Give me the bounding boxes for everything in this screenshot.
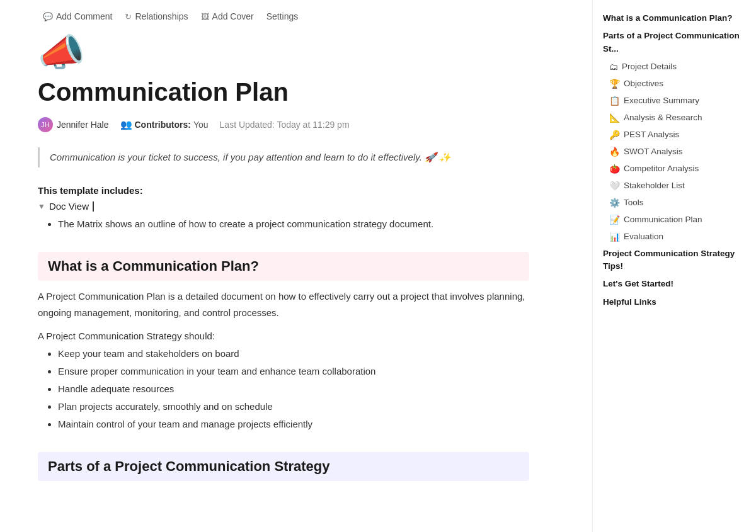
toc-label-competitor-analysis: Competitor Analysis bbox=[624, 162, 699, 175]
toggle-arrow-icon: ▼ bbox=[38, 202, 45, 211]
toc-item-evaluation[interactable]: 📊Evaluation bbox=[593, 229, 756, 246]
cover-icon: 🖼 bbox=[201, 12, 209, 21]
toc-label-stakeholder-list: Stakeholder List bbox=[624, 179, 685, 192]
toggle-doc-view[interactable]: ▼ Doc View bbox=[38, 201, 529, 212]
main-content: 💬 Add Comment ↻ Relationships 🖼 Add Cove… bbox=[0, 0, 592, 532]
toc-emoji-evaluation: 📊 bbox=[609, 230, 620, 244]
toc-item-objectives[interactable]: 🏆Objectives bbox=[593, 76, 756, 93]
toc-item-lets-get-started[interactable]: Let's Get Started! bbox=[593, 276, 756, 292]
toc-label-project-details: Project Details bbox=[622, 60, 677, 73]
toc-label-tools: Tools bbox=[624, 196, 644, 209]
contributors-field: 👥 Contributors: You bbox=[120, 119, 209, 130]
toc-label-objectives: Objectives bbox=[624, 77, 663, 90]
template-label: This template includes: bbox=[38, 185, 529, 196]
list-item: Plan projects accurately, smoothly and o… bbox=[58, 399, 529, 414]
toc-item-stakeholder-list[interactable]: 🤍Stakeholder List bbox=[593, 178, 756, 195]
page-body: 📣 Communication Plan JH Jennifer Hale 👥 … bbox=[0, 29, 567, 514]
section-parts: Parts of a Project Communication Strateg… bbox=[38, 452, 529, 481]
toc-emoji-project-details: 🗂 bbox=[609, 60, 618, 74]
section-what-is: What is a Communication Plan? A Project … bbox=[38, 252, 529, 432]
meta-row: JH Jennifer Hale 👥 Contributors: You Las… bbox=[38, 117, 529, 132]
toc-item-swot-analysis[interactable]: 🔥SWOT Analysis bbox=[593, 144, 756, 161]
toggle-text: Doc View bbox=[49, 201, 89, 212]
toc-item-what-is-plan[interactable]: What is a Communication Plan? bbox=[593, 10, 756, 26]
list-item: Keep your team and stakeholders on board bbox=[58, 346, 529, 361]
toc-item-pest-analysis[interactable]: 🔑PEST Analysis bbox=[593, 127, 756, 144]
toc-emoji-pest-analysis: 🔑 bbox=[609, 128, 620, 142]
list-item: Ensure proper communication in your team… bbox=[58, 364, 529, 379]
toc-label-swot-analysis: SWOT Analysis bbox=[624, 145, 683, 158]
template-bullet-item: The Matrix shows an outline of how to cr… bbox=[58, 217, 529, 232]
section-heading-what-is: What is a Communication Plan? bbox=[38, 252, 529, 281]
toc-emoji-objectives: 🏆 bbox=[609, 77, 620, 91]
add-cover-button[interactable]: 🖼 Add Cover bbox=[196, 9, 259, 24]
toc-emoji-competitor-analysis: 🍅 bbox=[609, 162, 620, 176]
avatar: JH bbox=[38, 117, 53, 132]
comment-icon: 💬 bbox=[43, 12, 53, 21]
toc-label-communication-plan: Communication Plan bbox=[624, 213, 702, 226]
toc-label-what-is-plan: What is a Communication Plan? bbox=[603, 12, 733, 25]
toc-emoji-executive-summary: 📋 bbox=[609, 94, 620, 108]
what-is-body1: A Project Communication Plan is a detail… bbox=[38, 288, 529, 320]
toc-item-helpful-links[interactable]: Helpful Links bbox=[593, 294, 756, 310]
contributors-icon: 👥 bbox=[120, 119, 132, 130]
toc-label-parts: Parts of a Project Communication St... bbox=[603, 30, 748, 55]
last-updated-field: Last Updated: Today at 11:29 pm bbox=[220, 120, 350, 130]
quote-block: Communication is your ticket to success,… bbox=[38, 147, 529, 167]
toc-item-project-details[interactable]: 🗂Project Details bbox=[593, 59, 756, 76]
toc-label-tips: Project Communication Strategy Tips! bbox=[603, 247, 748, 273]
toc-emoji-analysis-research: 📐 bbox=[609, 111, 620, 125]
toc-item-competitor-analysis[interactable]: 🍅Competitor Analysis bbox=[593, 161, 756, 178]
toc-label-lets-get-started: Let's Get Started! bbox=[603, 278, 673, 290]
toc-emoji-communication-plan: 📝 bbox=[609, 213, 620, 227]
what-is-sub-label: A Project Communication Strategy should: bbox=[38, 331, 529, 341]
relationships-icon: ↻ bbox=[125, 12, 132, 21]
list-item: Maintain control of your team and manage… bbox=[58, 417, 529, 432]
page-icon: 📣 bbox=[38, 34, 529, 72]
author-field: JH Jennifer Hale bbox=[38, 117, 109, 132]
page-title[interactable]: Communication Plan bbox=[38, 77, 529, 107]
template-section: This template includes: ▼ Doc View The M… bbox=[38, 185, 529, 232]
sidebar-toc: What is a Communication Plan?Parts of a … bbox=[592, 0, 756, 532]
toc-emoji-tools: ⚙️ bbox=[609, 196, 620, 210]
toc-item-tools[interactable]: ⚙️Tools bbox=[593, 195, 756, 212]
relationships-button[interactable]: ↻ Relationships bbox=[120, 9, 193, 24]
toc-label-evaluation: Evaluation bbox=[624, 230, 663, 243]
toc-label-helpful-links: Helpful Links bbox=[603, 296, 656, 308]
toc-label-pest-analysis: PEST Analysis bbox=[624, 128, 679, 141]
what-is-bullet-list: Keep your team and stakeholders on board… bbox=[38, 346, 529, 432]
toc-item-parts[interactable]: Parts of a Project Communication St... bbox=[593, 28, 756, 57]
toc-emoji-stakeholder-list: 🤍 bbox=[609, 179, 620, 193]
settings-button[interactable]: Settings bbox=[261, 9, 304, 24]
template-bullet-list: The Matrix shows an outline of how to cr… bbox=[38, 217, 529, 232]
toc-container: What is a Communication Plan?Parts of a … bbox=[593, 10, 756, 310]
add-comment-button[interactable]: 💬 Add Comment bbox=[38, 9, 117, 24]
toc-item-analysis-research[interactable]: 📐Analysis & Research bbox=[593, 110, 756, 127]
toolbar: 💬 Add Comment ↻ Relationships 🖼 Add Cove… bbox=[0, 0, 592, 29]
toc-label-analysis-research: Analysis & Research bbox=[624, 111, 702, 124]
toc-label-executive-summary: Executive Summary bbox=[624, 94, 699, 107]
toc-item-communication-plan[interactable]: 📝Communication Plan bbox=[593, 212, 756, 229]
toc-emoji-swot-analysis: 🔥 bbox=[609, 145, 620, 159]
toc-item-executive-summary[interactable]: 📋Executive Summary bbox=[593, 93, 756, 110]
toc-item-tips[interactable]: Project Communication Strategy Tips! bbox=[593, 246, 756, 275]
list-item: Handle adequate resources bbox=[58, 382, 529, 397]
section-heading-parts: Parts of a Project Communication Strateg… bbox=[38, 452, 529, 481]
text-cursor bbox=[93, 201, 94, 212]
